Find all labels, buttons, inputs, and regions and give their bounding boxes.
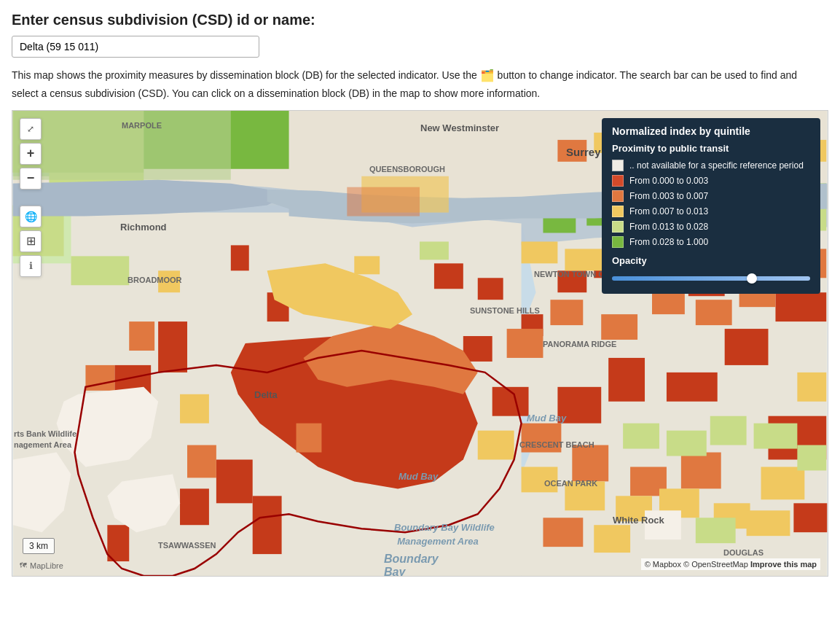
svg-rect-69 [667, 431, 707, 456]
maplibre-text: MapLibre [30, 561, 63, 570]
svg-rect-15 [107, 525, 129, 561]
info-button[interactable]: ℹ [20, 255, 42, 277]
svg-rect-14 [180, 488, 209, 525]
legend-item-2: From 0.007 to 0.013 [612, 206, 810, 217]
layers-button[interactable]: ⊞ [20, 230, 42, 252]
description-text: This map shows the proximity measures by… [12, 66, 813, 101]
legend-item-3: From 0.013 to 0.028 [612, 221, 810, 233]
svg-rect-51 [478, 431, 514, 460]
svg-rect-21 [557, 270, 586, 292]
map-container[interactable]: MARPOLE New Westminster Surrey QUEENSBOR… [12, 110, 828, 577]
svg-rect-33 [696, 300, 732, 325]
svg-rect-71 [754, 424, 798, 449]
page-wrapper: Enter census subdivision (CSD) id or nam… [0, 0, 840, 577]
legend-label-4: From 0.028 to 1.000 [629, 237, 708, 247]
legend-item-1: From 0.003 to 0.007 [612, 190, 810, 202]
opacity-thumb[interactable] [747, 273, 757, 284]
legend-swatch-2 [612, 206, 624, 217]
svg-rect-13 [253, 496, 282, 554]
csd-search-input[interactable] [12, 36, 259, 58]
legend-label-2: From 0.007 to 0.013 [629, 206, 708, 217]
svg-rect-83 [13, 111, 231, 180]
legend-label-na: .. not available for a specific referenc… [629, 160, 804, 171]
legend-swatch-na [612, 160, 624, 171]
svg-rect-74 [71, 256, 130, 285]
svg-rect-85 [347, 187, 420, 217]
legend-swatch-0 [612, 175, 624, 187]
svg-rect-60 [158, 270, 180, 292]
svg-rect-52 [522, 467, 558, 492]
improve-map-link[interactable]: Improve this map [750, 560, 817, 569]
svg-rect-8 [725, 329, 769, 365]
maplibre-logo: 🗺 MapLibre [20, 561, 63, 570]
opacity-label: Opacity [612, 255, 810, 266]
svg-rect-42 [187, 445, 216, 478]
legend-swatch-4 [612, 236, 624, 248]
svg-rect-88 [747, 510, 790, 536]
svg-rect-12 [216, 459, 253, 503]
attribution: © Mapbox © OpenStreetMap Improve this ma… [641, 558, 820, 570]
legend-label-1: From 0.003 to 0.007 [629, 191, 708, 201]
legend-swatch-1 [612, 190, 624, 202]
legend: Normalized index by quintile Proximity t… [602, 118, 820, 294]
svg-rect-86 [645, 510, 681, 539]
svg-rect-5 [557, 387, 601, 424]
svg-rect-68 [623, 424, 659, 449]
svg-rect-31 [601, 314, 637, 340]
svg-rect-29 [507, 329, 543, 358]
attribution-text: © Mapbox © OpenStreetMap [645, 560, 750, 569]
svg-rect-61 [180, 394, 209, 424]
legend-swatch-3 [612, 221, 624, 233]
opacity-track [612, 276, 810, 281]
svg-rect-10 [158, 321, 187, 373]
zoom-out-button[interactable]: − [20, 168, 42, 190]
svg-rect-18 [434, 263, 463, 289]
svg-rect-72 [797, 445, 826, 471]
svg-rect-19 [478, 278, 503, 300]
svg-rect-40 [129, 321, 154, 351]
scale-label: 3 km [29, 541, 48, 551]
svg-rect-6 [608, 358, 645, 402]
svg-rect-59 [354, 256, 380, 274]
svg-rect-53 [565, 481, 605, 510]
svg-rect-7 [667, 373, 718, 402]
legend-subtitle: Proximity to public transit [612, 143, 810, 154]
svg-rect-57 [761, 467, 805, 499]
svg-rect-58 [797, 373, 826, 402]
svg-rect-87 [696, 518, 736, 543]
svg-rect-17 [231, 245, 249, 270]
page-title: Enter census subdivision (CSD) id or nam… [12, 12, 828, 28]
svg-rect-90 [543, 518, 583, 547]
svg-rect-43 [297, 424, 322, 453]
legend-label-3: From 0.013 to 0.028 [629, 222, 708, 232]
legend-title: Normalized index by quintile [612, 125, 810, 137]
legend-item-na: .. not available for a specific referenc… [612, 160, 810, 171]
map-controls: ⤢ + − [20, 118, 42, 190]
svg-rect-36 [522, 424, 562, 453]
legend-label-0: From 0.000 to 0.003 [629, 176, 708, 186]
globe-button[interactable]: 🌐 [20, 206, 42, 227]
zoom-in-button[interactable]: + [20, 143, 42, 165]
svg-rect-92 [557, 140, 586, 162]
legend-item-4: From 0.028 to 1.000 [612, 236, 810, 248]
svg-rect-39 [681, 453, 721, 489]
legend-item-0: From 0.000 to 0.003 [612, 175, 810, 187]
svg-rect-73 [420, 241, 449, 260]
fullscreen-button[interactable]: ⤢ [20, 118, 42, 140]
svg-rect-30 [550, 300, 583, 325]
svg-rect-37 [572, 445, 608, 482]
layers-icon: 🗂️ [480, 66, 495, 85]
svg-rect-45 [522, 241, 558, 263]
svg-rect-26 [775, 292, 826, 321]
svg-rect-46 [565, 249, 605, 270]
svg-rect-89 [793, 503, 827, 532]
svg-rect-91 [594, 525, 630, 553]
scale-bar: 3 km [23, 538, 55, 554]
svg-rect-70 [710, 416, 747, 445]
